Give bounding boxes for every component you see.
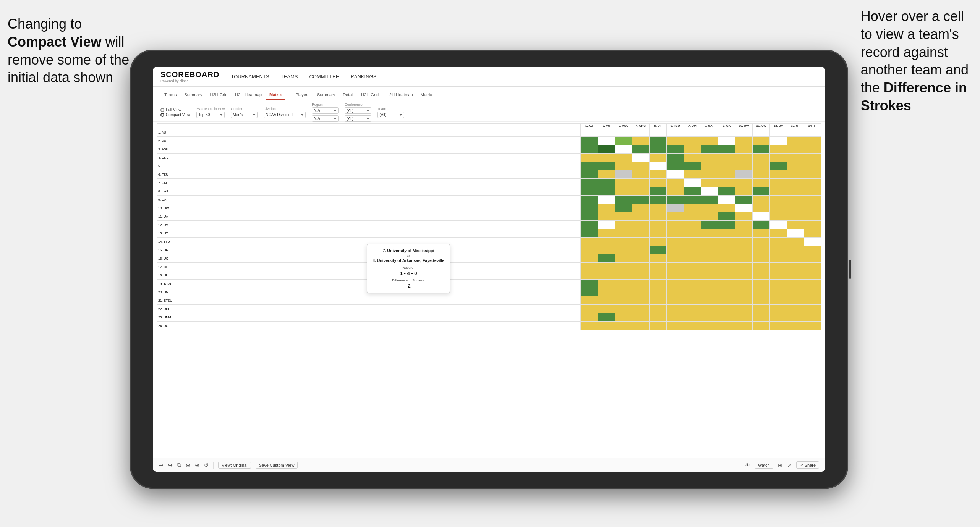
matrix-cell[interactable] (667, 162, 684, 170)
matrix-cell[interactable] (684, 196, 701, 204)
matrix-cell[interactable] (770, 271, 787, 280)
matrix-cell[interactable] (804, 313, 821, 322)
matrix-cell[interactable] (667, 305, 684, 313)
matrix-cell[interactable] (735, 296, 753, 305)
matrix-cell[interactable] (770, 322, 787, 330)
matrix-cell[interactable] (650, 154, 667, 162)
matrix-cell[interactable] (735, 162, 753, 170)
matrix-cell[interactable] (667, 296, 684, 305)
matrix-cell[interactable] (598, 305, 615, 313)
matrix-cell[interactable] (598, 145, 615, 154)
table-row[interactable]: 11. UA (157, 212, 821, 221)
matrix-cell[interactable] (701, 221, 718, 229)
matrix-cell[interactable] (753, 322, 770, 330)
matrix-cell[interactable] (701, 271, 718, 280)
matrix-cell[interactable] (650, 271, 667, 280)
tab-summary[interactable]: Summary (180, 90, 206, 100)
matrix-cell[interactable] (701, 179, 718, 187)
matrix-cell[interactable] (632, 305, 650, 313)
matrix-cell[interactable] (684, 322, 701, 330)
table-row[interactable]: 1. AU (157, 128, 821, 137)
matrix-cell[interactable] (718, 305, 735, 313)
matrix-cell[interactable] (615, 280, 632, 288)
matrix-cell[interactable] (718, 280, 735, 288)
matrix-cell[interactable] (650, 137, 667, 145)
matrix-cell[interactable] (598, 137, 615, 145)
matrix-cell[interactable] (650, 280, 667, 288)
matrix-cell[interactable] (787, 254, 804, 263)
matrix-cell[interactable] (684, 221, 701, 229)
matrix-cell[interactable] (770, 145, 787, 154)
matrix-cell[interactable] (650, 162, 667, 170)
matrix-cell[interactable] (615, 204, 632, 212)
matrix-cell[interactable] (753, 263, 770, 271)
matrix-cell[interactable] (804, 288, 821, 296)
matrix-cell[interactable] (787, 154, 804, 162)
matrix-cell[interactable] (753, 187, 770, 196)
matrix-cell[interactable] (735, 137, 753, 145)
matrix-cell[interactable] (735, 246, 753, 254)
matrix-cell[interactable] (632, 271, 650, 280)
tab-h2h-grid[interactable]: H2H Grid (206, 90, 231, 100)
matrix-cell[interactable] (718, 187, 735, 196)
share-button[interactable]: ↗ Share (796, 461, 819, 469)
matrix-cell[interactable] (598, 229, 615, 238)
matrix-cell[interactable] (753, 313, 770, 322)
matrix-cell[interactable] (701, 246, 718, 254)
table-row[interactable]: 23. UNM (157, 313, 821, 322)
matrix-cell[interactable] (718, 145, 735, 154)
matrix-cell[interactable] (615, 196, 632, 204)
matrix-cell[interactable] (684, 288, 701, 296)
matrix-cell[interactable] (598, 296, 615, 305)
matrix-cell[interactable] (718, 196, 735, 204)
matrix-cell[interactable] (650, 263, 667, 271)
matrix-cell[interactable] (735, 179, 753, 187)
matrix-cell[interactable] (667, 246, 684, 254)
matrix-cell[interactable] (718, 238, 735, 246)
matrix-cell[interactable] (581, 246, 598, 254)
watch-button[interactable]: Watch (755, 462, 773, 469)
matrix-cell[interactable] (753, 305, 770, 313)
matrix-cell[interactable] (632, 238, 650, 246)
matrix-cell[interactable] (753, 212, 770, 221)
table-row[interactable]: 16. UO (157, 254, 821, 263)
matrix-cell[interactable] (753, 145, 770, 154)
full-view-radio[interactable]: Full View (160, 108, 190, 112)
matrix-cell[interactable] (667, 288, 684, 296)
matrix-cell[interactable] (598, 204, 615, 212)
matrix-cell[interactable] (718, 246, 735, 254)
matrix-cell[interactable] (684, 296, 701, 305)
table-row[interactable]: 7. UM (157, 179, 821, 187)
matrix-cell[interactable] (632, 204, 650, 212)
matrix-cell[interactable] (667, 229, 684, 238)
matrix-cell[interactable] (615, 305, 632, 313)
matrix-cell[interactable] (770, 137, 787, 145)
table-row[interactable]: 10. UW (157, 204, 821, 212)
table-row[interactable]: 13. UT (157, 229, 821, 238)
matrix-cell[interactable] (598, 313, 615, 322)
matrix-cell[interactable] (581, 305, 598, 313)
tab-detail[interactable]: Detail (339, 90, 357, 100)
table-row[interactable]: 19. TAMU (157, 280, 821, 288)
matrix-cell[interactable] (581, 254, 598, 263)
matrix-cell[interactable] (684, 170, 701, 179)
tab-players-summary[interactable]: Summary (313, 90, 339, 100)
conference-select2[interactable]: (All) (345, 115, 371, 122)
matrix-cell[interactable] (667, 196, 684, 204)
matrix-cell[interactable] (735, 280, 753, 288)
matrix-cell[interactable] (787, 288, 804, 296)
matrix-cell[interactable] (718, 263, 735, 271)
matrix-cell[interactable] (701, 154, 718, 162)
matrix-cell[interactable] (787, 170, 804, 179)
matrix-cell[interactable] (770, 187, 787, 196)
matrix-cell[interactable] (753, 280, 770, 288)
matrix-cell[interactable] (701, 288, 718, 296)
matrix-cell[interactable] (770, 128, 787, 137)
matrix-cell[interactable] (787, 128, 804, 137)
matrix-cell[interactable] (598, 128, 615, 137)
matrix-cell[interactable] (650, 212, 667, 221)
matrix-cell[interactable] (753, 179, 770, 187)
tab-players-matrix[interactable]: Matrix (417, 90, 436, 100)
matrix-cell[interactable] (632, 137, 650, 145)
matrix-cell[interactable] (787, 137, 804, 145)
